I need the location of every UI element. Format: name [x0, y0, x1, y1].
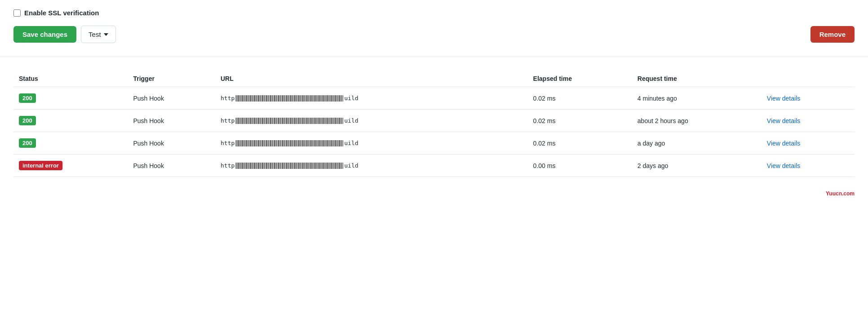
trigger-cell: Push Hook	[128, 87, 215, 110]
ssl-checkbox[interactable]	[13, 9, 21, 17]
ssl-label: Enable SSL verification	[24, 9, 99, 17]
url-redacted	[235, 95, 343, 102]
status-badge: 200	[19, 116, 36, 125]
action-cell[interactable]: View details	[762, 155, 855, 177]
elapsed-cell: 0.00 ms	[528, 155, 632, 177]
trigger-cell: Push Hook	[128, 132, 215, 155]
table-row: internal errorPush Hookhttpuild0.00 ms2 …	[13, 155, 855, 177]
table-row: 200Push Hookhttpuild0.02 msabout 2 hours…	[13, 110, 855, 132]
remove-button[interactable]: Remove	[810, 26, 855, 43]
save-button[interactable]: Save changes	[13, 26, 76, 43]
view-details-link[interactable]: View details	[767, 162, 800, 169]
view-details-link[interactable]: View details	[767, 117, 800, 124]
deliveries-table-section: Status Trigger URL Elapsed time Request …	[0, 62, 868, 186]
request-time-cell: 2 days ago	[632, 155, 762, 177]
action-cell[interactable]: View details	[762, 87, 855, 110]
chevron-down-icon	[104, 33, 108, 36]
url-cell: httpuild	[215, 87, 528, 110]
section-divider	[0, 57, 868, 57]
col-action	[762, 71, 855, 87]
request-time-cell: about 2 hours ago	[632, 110, 762, 132]
view-details-link[interactable]: View details	[767, 95, 800, 102]
status-badge: internal error	[19, 161, 62, 170]
elapsed-cell: 0.02 ms	[528, 132, 632, 155]
url-redacted	[235, 140, 343, 146]
status-cell: 200	[13, 87, 128, 110]
url-cell: httpuild	[215, 155, 528, 177]
col-request-time: Request time	[632, 71, 762, 87]
trigger-cell: Push Hook	[128, 155, 215, 177]
action-cell[interactable]: View details	[762, 132, 855, 155]
elapsed-cell: 0.02 ms	[528, 87, 632, 110]
status-cell: internal error	[13, 155, 128, 177]
url-redacted	[235, 118, 343, 124]
url-suffix: uild	[344, 140, 358, 146]
col-elapsed: Elapsed time	[528, 71, 632, 87]
url-suffix: uild	[344, 95, 358, 102]
table-row: 200Push Hookhttpuild0.02 ms4 minutes ago…	[13, 87, 855, 110]
url-suffix: uild	[344, 162, 358, 169]
request-time-cell: a day ago	[632, 132, 762, 155]
status-badge: 200	[19, 93, 36, 103]
url-redacted	[235, 163, 343, 169]
watermark: Yuucn.com	[0, 186, 868, 201]
url-prefix: http	[221, 117, 235, 124]
table-row: 200Push Hookhttpuild0.02 msa day agoView…	[13, 132, 855, 155]
elapsed-cell: 0.02 ms	[528, 110, 632, 132]
url-prefix: http	[221, 95, 235, 102]
action-cell[interactable]: View details	[762, 110, 855, 132]
status-badge: 200	[19, 138, 36, 148]
col-url: URL	[215, 71, 528, 87]
test-label: Test	[89, 31, 101, 38]
request-time-cell: 4 minutes ago	[632, 87, 762, 110]
url-cell: httpuild	[215, 110, 528, 132]
col-status: Status	[13, 71, 128, 87]
test-button[interactable]: Test	[81, 26, 116, 43]
status-cell: 200	[13, 132, 128, 155]
url-prefix: http	[221, 162, 235, 169]
col-trigger: Trigger	[128, 71, 215, 87]
url-prefix: http	[221, 140, 235, 146]
deliveries-table: Status Trigger URL Elapsed time Request …	[13, 71, 855, 177]
url-cell: httpuild	[215, 132, 528, 155]
status-cell: 200	[13, 110, 128, 132]
view-details-link[interactable]: View details	[767, 140, 800, 147]
url-suffix: uild	[344, 117, 358, 124]
trigger-cell: Push Hook	[128, 110, 215, 132]
